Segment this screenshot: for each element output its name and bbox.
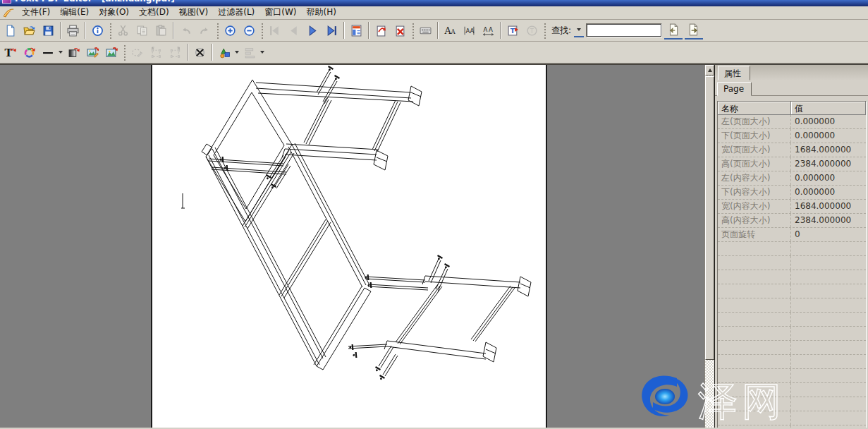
- new-document-button[interactable]: [1, 21, 20, 40]
- toolbar-gripper[interactable]: [543, 22, 546, 39]
- open-folder-button[interactable]: [20, 21, 39, 40]
- edit-text-button[interactable]: T: [1, 43, 20, 61]
- document-work-area: 属性 Page 名称 值 左(页面大小)0.000000下(页面大小)0.000…: [0, 64, 868, 428]
- next-page-button[interactable]: [303, 21, 322, 40]
- insert-page-icon: [375, 25, 387, 37]
- property-name-empty: [718, 383, 791, 397]
- property-value[interactable]: 1684.000000: [791, 143, 866, 157]
- line-style-button[interactable]: [39, 43, 58, 61]
- info-button[interactable]: [88, 21, 107, 40]
- prev-page-button[interactable]: [284, 21, 303, 40]
- property-value-empty: [791, 341, 866, 354]
- menu-item-6[interactable]: 窗口(W): [259, 6, 301, 20]
- property-value[interactable]: 2384.000000: [791, 157, 866, 171]
- scrollbar-thumb[interactable]: [705, 76, 714, 360]
- delete-page-button[interactable]: [391, 21, 410, 40]
- next-page-icon: [307, 25, 319, 37]
- paste-button[interactable]: [152, 21, 171, 40]
- delete-object-button[interactable]: [190, 43, 209, 61]
- keyboard-button[interactable]: [416, 21, 435, 40]
- property-value[interactable]: 0.000000: [791, 186, 866, 199]
- new-document-icon: [4, 25, 16, 37]
- replace-image-button[interactable]: [102, 43, 121, 61]
- column-header-name[interactable]: 名称: [718, 102, 791, 115]
- fill-style-button[interactable]: [64, 43, 83, 61]
- menu-item-3[interactable]: 文档(D): [134, 6, 174, 20]
- toolbar-gripper[interactable]: [216, 22, 219, 39]
- column-header-value[interactable]: 值: [791, 102, 866, 115]
- vertical-scrollbar[interactable]: [704, 65, 714, 428]
- edit-image-button[interactable]: [83, 43, 102, 61]
- scroll-up-button[interactable]: [705, 65, 714, 75]
- copy-button[interactable]: [133, 21, 152, 40]
- menu-item-4[interactable]: 视图(V): [174, 6, 214, 20]
- char-scale-button[interactable]: AA: [479, 21, 498, 40]
- tab-page[interactable]: Page: [717, 82, 752, 96]
- zoom-in-button[interactable]: [221, 21, 240, 40]
- transform-left-button[interactable]: [147, 43, 166, 61]
- shapes-dropdown-caret[interactable]: [233, 44, 240, 60]
- toolbar-gripper[interactable]: [411, 22, 415, 39]
- property-row-empty: [718, 313, 866, 327]
- transform-right-button[interactable]: [166, 43, 185, 61]
- menu-item-5[interactable]: 过滤器(L): [213, 6, 259, 20]
- print-button[interactable]: [63, 21, 82, 40]
- undo-button[interactable]: [176, 21, 195, 40]
- find-next-button[interactable]: [685, 21, 703, 40]
- toolbar-gripper[interactable]: [123, 44, 126, 61]
- text-circle-button[interactable]: T: [522, 21, 542, 40]
- redo-button[interactable]: [195, 21, 214, 40]
- shapes-icon: [219, 47, 231, 59]
- property-value[interactable]: 1684.000000: [791, 200, 866, 213]
- property-name: 宽(内容大小): [718, 200, 791, 213]
- insert-page-button[interactable]: [372, 21, 391, 40]
- lasso-button[interactable]: [128, 43, 147, 61]
- zoom-in-icon: [224, 25, 236, 37]
- find-label: 查找:: [549, 25, 572, 37]
- property-name: 高(内容大小): [718, 214, 791, 227]
- page-setup-button[interactable]: [347, 21, 366, 40]
- line-style-icon: [42, 47, 54, 59]
- font-size-button[interactable]: AA: [441, 21, 460, 40]
- toolbar-gripper[interactable]: [109, 22, 112, 39]
- first-page-button[interactable]: [265, 21, 284, 40]
- delete-page-icon: [394, 25, 406, 37]
- property-name: 左(页面大小): [718, 115, 791, 128]
- window-title: Foxit PDF Editor - [anzhuang.pdf]: [15, 0, 175, 4]
- property-value[interactable]: 0.000000: [791, 129, 866, 143]
- insert-text-button[interactable]: T: [503, 21, 522, 40]
- panel-title-tab[interactable]: 属性: [718, 66, 750, 80]
- line-style-dropdown-caret[interactable]: [56, 44, 64, 60]
- edit-color-button[interactable]: [20, 43, 39, 61]
- align-dropdown-caret[interactable]: [258, 44, 266, 60]
- property-value[interactable]: 2384.000000: [791, 214, 866, 227]
- cut-button[interactable]: [114, 21, 133, 40]
- toolbar-separator: [437, 22, 439, 39]
- find-input[interactable]: [586, 23, 662, 37]
- property-value[interactable]: 0.000000: [791, 115, 866, 128]
- menu-item-2[interactable]: 对象(O): [94, 6, 134, 20]
- pdf-page-canvas[interactable]: [151, 65, 547, 428]
- find-previous-button[interactable]: [664, 21, 683, 40]
- save-button[interactable]: [39, 21, 58, 40]
- zoom-out-button[interactable]: [240, 21, 259, 40]
- fill-style-icon: [68, 47, 80, 59]
- shapes-button[interactable]: [215, 43, 234, 61]
- redo-icon: [199, 25, 211, 37]
- find-dropdown-caret[interactable]: [574, 23, 584, 37]
- menu-item-0[interactable]: 文件(F): [17, 6, 55, 20]
- property-value[interactable]: 0.000000: [791, 171, 866, 185]
- find-next-icon: [687, 23, 700, 36]
- property-name-empty: [718, 341, 791, 354]
- property-value[interactable]: 0: [791, 228, 866, 241]
- char-spacing-button[interactable]: AA: [460, 21, 479, 40]
- property-value-empty: [791, 369, 866, 382]
- prev-page-icon: [288, 25, 300, 37]
- property-row: 左(页面大小)0.000000: [718, 115, 866, 129]
- align-button[interactable]: [240, 43, 259, 61]
- menu-item-1[interactable]: 编辑(E): [55, 6, 94, 20]
- property-row: 高(内容大小)2384.000000: [718, 214, 866, 228]
- menu-item-7[interactable]: 帮助(H): [302, 6, 341, 20]
- last-page-button[interactable]: [322, 21, 341, 40]
- toolbar-gripper[interactable]: [260, 22, 264, 39]
